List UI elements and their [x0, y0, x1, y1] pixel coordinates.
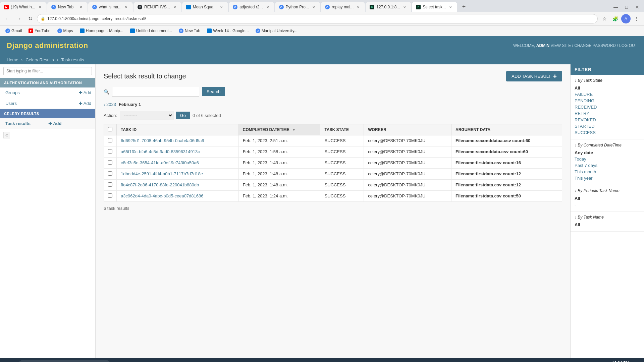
task-id-link-0[interactable]: 6d6925d1-7008-46ab-954b-0aab4a06d5a9 — [121, 138, 204, 143]
row-checkbox-5[interactable] — [108, 193, 112, 198]
sidebar-users-link[interactable]: Users — [5, 101, 17, 106]
tab-close-7[interactable]: ✕ — [311, 4, 316, 10]
bookmark-week14[interactable]: Week 14 - Google... — [204, 27, 252, 34]
forward-button[interactable]: → — [14, 14, 23, 23]
col-header-task-state[interactable]: TASK STATE — [320, 124, 364, 135]
logout-link[interactable]: LOG OUT — [619, 43, 637, 48]
breadcrumb-celery[interactable]: Celery Results — [25, 57, 54, 62]
bookmark-gmail[interactable]: G Gmail — [3, 27, 24, 34]
collapse-button[interactable]: « — [3, 132, 10, 138]
row-checkbox-2[interactable] — [108, 160, 112, 165]
row-checkbox-3[interactable] — [108, 171, 112, 176]
row-checkbox-4[interactable] — [108, 182, 112, 187]
col-header-argument-data[interactable]: ARGUMENT DATA — [451, 124, 562, 135]
filter-option-0-5[interactable]: REVOKED — [575, 117, 640, 123]
filter-option-1-3[interactable]: This month — [575, 169, 640, 175]
action-select[interactable]: --------- — [120, 111, 173, 120]
col-header-worker[interactable]: WORKER — [364, 124, 451, 135]
tab-9[interactable]: D 127.0.0.1:8... ✕ — [366, 2, 411, 12]
filter-option-1-2[interactable]: Past 7 days — [575, 162, 640, 169]
new-tab-button[interactable]: + — [459, 2, 469, 11]
filter-option-0-4[interactable]: RETRY — [575, 110, 640, 117]
add-task-result-button[interactable]: ADD TASK RESULT ✚ — [506, 71, 562, 81]
tab-close-10[interactable]: ✕ — [448, 4, 453, 10]
bookmark-maps[interactable]: G Maps — [55, 27, 76, 34]
go-button[interactable]: Go — [176, 112, 190, 119]
taskbar-vscode[interactable]: 💻 — [377, 359, 391, 362]
filter-option-0-1[interactable]: FAILURE — [575, 91, 640, 98]
tab-10[interactable]: D Select task... ✕ — [412, 2, 457, 12]
taskbar-search-bar[interactable]: 🔍 Type here to search — [17, 360, 111, 362]
filter-option-2-1[interactable]: - — [575, 201, 640, 208]
taskbar-file-explorer[interactable]: 📁 — [318, 359, 332, 362]
start-button[interactable] — [1, 359, 16, 362]
bookmark-youtube[interactable]: ▶ YouTube — [26, 27, 53, 34]
task-id-link-3[interactable]: 1dbedd4e-2591-4fd4-a0b1-7117b7d7d18e — [121, 171, 203, 176]
tab-close-9[interactable]: ✕ — [402, 4, 407, 10]
address-bar[interactable]: 🔒 127.0.0.1:8000/admin/django_celery_res… — [37, 14, 598, 23]
tab-3[interactable]: G what is ma... ✕ — [88, 2, 133, 12]
filter-option-1-4[interactable]: This year — [575, 175, 640, 181]
row-checkbox-0[interactable] — [108, 138, 112, 142]
sidebar-filter[interactable] — [0, 64, 95, 78]
extensions-button[interactable]: 🧩 — [610, 14, 620, 23]
back-button[interactable]: ← — [3, 14, 12, 23]
reload-button[interactable]: ↻ — [25, 14, 35, 23]
tab-7[interactable]: G Python Pro... ✕ — [275, 2, 320, 12]
task-id-link-1[interactable]: a65f1f0c-bfa6-4c5d-9ad0-83596314913c — [121, 149, 200, 154]
select-all-checkbox[interactable] — [108, 127, 112, 131]
bookmark-manipal[interactable]: G Manipal University... — [253, 27, 300, 34]
bookmark-homepage[interactable]: Homepage - Manip... — [77, 27, 126, 34]
tab-close-1[interactable]: ✕ — [37, 4, 43, 10]
tab-close-4[interactable]: ✕ — [172, 4, 177, 10]
filter-option-1-1[interactable]: Today — [575, 156, 640, 162]
taskbar-settings[interactable]: ⚙️ — [363, 359, 376, 362]
sidebar-groups-add[interactable]: ✚ Add — [79, 90, 91, 95]
tab-1[interactable]: ▶ (19) What h... ✕ — [0, 2, 47, 12]
tab-6[interactable]: G adjusted r2... ✕ — [229, 2, 274, 12]
sidebar-groups-link[interactable]: Groups — [5, 90, 20, 95]
taskbar-edge[interactable]: 🌊 — [333, 359, 346, 362]
view-site-link[interactable]: VIEW SITE — [550, 43, 571, 48]
tab-5[interactable]: Mean Squa... ✕ — [182, 2, 228, 12]
tab-close-8[interactable]: ✕ — [356, 4, 361, 10]
taskbar-clock[interactable]: 12:04 PM 01-02-2023 — [609, 360, 629, 362]
maximize-button[interactable]: □ — [623, 3, 631, 11]
taskbar-store[interactable]: 🛒 — [348, 359, 361, 362]
tab-close-2[interactable]: ✕ — [78, 4, 84, 10]
filter-option-0-2[interactable]: PENDING — [575, 98, 640, 104]
task-id-link-4[interactable]: ffe4c87f-2e86-4170-88fe-220041b880db — [121, 182, 199, 187]
sidebar-users-add[interactable]: ✚ Add — [79, 101, 91, 106]
tab-8[interactable]: G replay mai... ✕ — [321, 2, 365, 12]
taskbar-task-view[interactable]: ⊞ — [304, 359, 317, 362]
tab-close-3[interactable]: ✕ — [123, 4, 129, 10]
filter-option-0-6[interactable]: STARTED — [575, 123, 640, 129]
tab-4[interactable]: ⊙ RENJITHVS... ✕ — [133, 2, 181, 12]
date-nav-back[interactable]: ‹ 2023 — [104, 102, 116, 107]
tab-close-6[interactable]: ✕ — [265, 4, 270, 10]
breadcrumb-home[interactable]: Home — [7, 57, 18, 62]
menu-button[interactable]: ⋮ — [632, 14, 641, 23]
col-header-task-id[interactable]: TASK ID — [117, 124, 239, 135]
row-checkbox-1[interactable] — [108, 149, 112, 154]
sidebar-filter-input[interactable] — [3, 67, 92, 75]
tab-2[interactable]: G New Tab ✕ — [47, 2, 88, 12]
task-id-link-5[interactable]: a3c962d4-4da0-4abc-b0d5-ceea07d81686 — [121, 193, 204, 198]
close-button[interactable]: ✕ — [633, 3, 641, 11]
filter-option-0-3[interactable]: RECEIVED — [575, 104, 640, 110]
col-header-completed-datetime[interactable]: COMPLETED DATETIME ▼ — [238, 124, 320, 135]
bookmark-untitled[interactable]: Untitled document... — [127, 27, 175, 34]
profile-button[interactable]: A — [621, 14, 631, 23]
filter-option-0-7[interactable]: SUCCESS — [575, 129, 640, 136]
search-input[interactable] — [112, 87, 199, 97]
sidebar-item-taskresults[interactable]: Task results ✚ Add — [0, 118, 95, 129]
tab-close-5[interactable]: ✕ — [219, 4, 224, 10]
bookmark-newtab[interactable]: G New Tab — [176, 27, 203, 34]
task-id-link-2[interactable]: c8ef3c5e-3654-41fd-a0ef-9e743f0a50a6 — [121, 160, 199, 165]
bookmark-button[interactable]: ☆ — [600, 14, 609, 23]
sidebar-taskresults-add[interactable]: ✚ Add — [48, 121, 91, 126]
minimize-button[interactable]: — — [612, 3, 620, 11]
search-button[interactable]: Search — [202, 87, 225, 96]
change-password-link[interactable]: CHANGE PASSWORD — [574, 43, 616, 48]
sidebar-taskresults-link[interactable]: Task results — [5, 121, 48, 126]
